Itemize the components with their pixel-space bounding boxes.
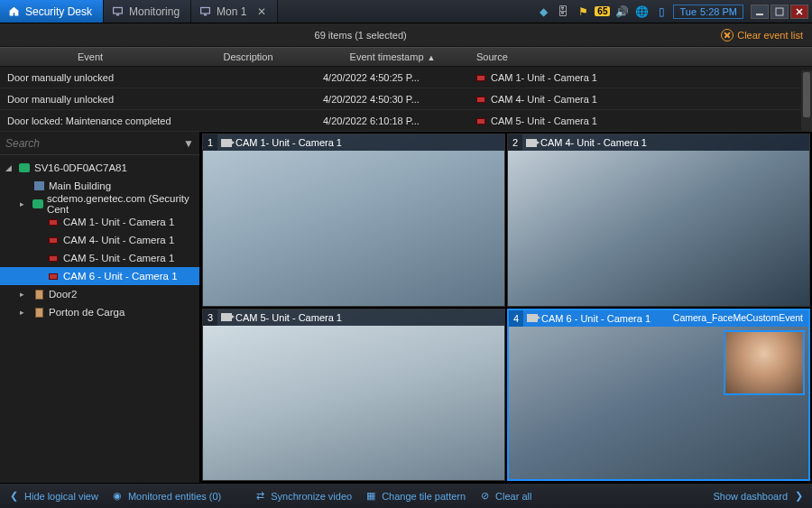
home-icon: [7, 5, 20, 18]
hide-logical-view-button[interactable]: ❮ Hide logical view: [7, 490, 98, 503]
device-icon[interactable]: ▯: [653, 4, 669, 20]
video-feed: [508, 134, 809, 306]
door-icon: [32, 289, 45, 300]
sync-icon: ⇄: [254, 490, 266, 503]
video-grid: 1 CAM 1- Unit - Camera 1 2 CAM 4- Unit -…: [200, 132, 812, 483]
database-icon[interactable]: 🗄: [555, 4, 571, 20]
tree-label: CAM 1- Unit - Camera 1: [63, 217, 174, 227]
monitor-icon: [111, 5, 124, 18]
tree-item[interactable]: ▸Door2: [0, 285, 199, 303]
entities-icon: ◉: [111, 490, 124, 503]
event-count-status: 69 items (1 selected): [0, 30, 721, 41]
server-icon: [32, 199, 43, 209]
change-tile-pattern-button[interactable]: ▦ Change tile pattern: [364, 490, 466, 503]
shield-icon[interactable]: ◆: [535, 4, 551, 20]
notification-badge[interactable]: 65: [595, 6, 610, 16]
event-overlay-label: Camera_FaceMeCustomEvent: [668, 310, 808, 325]
event-row[interactable]: Door manually unlocked4/20/2022 4:50:25 …: [0, 67, 812, 88]
tree-item[interactable]: CAM 1- Unit - Camera 1: [0, 213, 199, 231]
cell-event: Door locked: Maintenance completed: [0, 115, 180, 126]
camera-icon: [221, 139, 232, 147]
cell-timestamp: 4/20/2022 4:50:25 P...: [316, 72, 469, 83]
volume-icon[interactable]: 🔊: [614, 4, 630, 20]
cell-timestamp: 4/20/2022 6:10:18 P...: [316, 115, 469, 126]
col-source[interactable]: Source: [469, 51, 812, 62]
col-description[interactable]: Description: [180, 51, 316, 62]
tree-item[interactable]: CAM 5- Unit - Camera 1: [0, 249, 199, 267]
synchronize-video-button[interactable]: ⇄ Synchronize video: [254, 490, 352, 503]
face-pip[interactable]: [724, 330, 805, 395]
logical-view-sidebar: ▼ ◢ SV16-0DF0AC7A81 Main Building▸scdemo…: [0, 132, 200, 483]
tile-header: 3 CAM 5- Unit - Camera 1: [203, 309, 504, 326]
tree-label: CAM 6 - Unit - Camera 1: [63, 271, 178, 282]
show-dashboard-button[interactable]: Show dashboard ❯: [713, 490, 805, 503]
tree-label: Main Building: [49, 180, 111, 191]
search-row: ▼: [0, 132, 199, 155]
tab-mon1[interactable]: Mon 1 ✕: [191, 0, 278, 23]
door-icon: [32, 307, 45, 318]
clear-all-button[interactable]: ⊘ Clear all: [478, 490, 531, 503]
expander-icon[interactable]: ▸: [20, 290, 29, 299]
tree-item[interactable]: ▸Porton de Carga: [0, 303, 199, 321]
cell-source: CAM 1- Unit - Camera 1: [469, 72, 812, 83]
clock[interactable]: Tue 5:28 PM: [673, 5, 743, 19]
tab-monitoring[interactable]: Monitoring: [104, 0, 191, 23]
tree-item[interactable]: ▸scdemo.genetec.com (Security Cent: [0, 195, 199, 213]
monitor-icon: [198, 5, 211, 18]
tree-item[interactable]: CAM 4- Unit - Camera 1: [0, 231, 199, 249]
svg-rect-1: [115, 14, 118, 16]
tile-number: 2: [508, 134, 522, 151]
video-tile-2[interactable]: 2 CAM 4- Unit - Camera 1: [507, 134, 810, 307]
clear-event-list-button[interactable]: Clear event list: [721, 29, 812, 42]
search-input[interactable]: [5, 137, 183, 150]
tile-number: 4: [509, 310, 523, 327]
globe-icon[interactable]: 🌐: [633, 4, 650, 20]
cell-source: CAM 4- Unit - Camera 1: [469, 94, 812, 105]
tree-label: Door2: [49, 289, 77, 300]
expander-icon[interactable]: ▸: [20, 308, 29, 317]
video-tile-3[interactable]: 3 CAM 5- Unit - Camera 1: [202, 309, 505, 482]
video-tile-4[interactable]: 4 CAM 6 - Unit - Camera 1 Camera_FaceMeC…: [507, 309, 810, 482]
camera-icon: [476, 97, 485, 103]
titlebar: Security Desk Monitoring Mon 1 ✕ ◆ 🗄 ⚑ 6…: [0, 0, 812, 23]
tile-number: 1: [203, 134, 217, 151]
tile-header: 1 CAM 1- Unit - Camera 1: [203, 134, 504, 151]
close-window-button[interactable]: [790, 5, 808, 19]
tree-item[interactable]: Main Building: [0, 177, 199, 195]
tab-security-desk[interactable]: Security Desk: [0, 0, 104, 23]
flag-icon[interactable]: ⚑: [575, 4, 591, 20]
cell-event: Door manually unlocked: [0, 94, 180, 105]
tree-root[interactable]: ◢ SV16-0DF0AC7A81: [0, 159, 199, 177]
filter-icon[interactable]: ▼: [183, 137, 194, 150]
video-feed: [203, 309, 504, 481]
chevron-left-icon: ❮: [7, 490, 20, 503]
video-tile-1[interactable]: 1 CAM 1- Unit - Camera 1: [202, 134, 505, 307]
cell-timestamp: 4/20/2022 4:50:30 P...: [316, 94, 469, 105]
event-status-bar: 69 items (1 selected) Clear event list: [0, 23, 812, 47]
server-icon: [18, 162, 31, 173]
event-row[interactable]: Door manually unlocked4/20/2022 4:50:30 …: [0, 88, 812, 110]
tree-item[interactable]: CAM 6 - Unit - Camera 1: [0, 267, 199, 285]
svg-rect-5: [776, 8, 783, 15]
sort-asc-icon: ▲: [428, 53, 436, 62]
event-scrollbar[interactable]: [801, 70, 812, 132]
svg-rect-0: [113, 7, 122, 14]
monitored-entities-button[interactable]: ◉ Monitored entities (0): [111, 490, 221, 503]
expander-icon[interactable]: ▸: [20, 199, 28, 208]
camera-icon: [527, 314, 538, 322]
col-event[interactable]: Event: [0, 51, 180, 62]
expander-icon[interactable]: ◢: [5, 163, 14, 172]
close-tab-icon[interactable]: ✕: [257, 5, 266, 18]
tab-label: Security Desk: [25, 5, 92, 18]
main-content: ▼ ◢ SV16-0DF0AC7A81 Main Building▸scdemo…: [0, 132, 812, 483]
bottom-toolbar: ❮ Hide logical view ◉ Monitored entities…: [0, 483, 812, 508]
tile-header: 2 CAM 4- Unit - Camera 1: [508, 134, 809, 151]
event-table: Event Description Event timestamp▲ Sourc…: [0, 47, 812, 132]
maximize-button[interactable]: [770, 5, 789, 19]
camera-icon: [476, 118, 485, 125]
cell-source: CAM 5- Unit - Camera 1: [469, 115, 812, 126]
minimize-button[interactable]: [751, 5, 769, 19]
col-timestamp[interactable]: Event timestamp▲: [316, 51, 469, 62]
event-row[interactable]: Door locked: Maintenance completed4/20/2…: [0, 110, 812, 132]
event-table-header: Event Description Event timestamp▲ Sourc…: [0, 47, 812, 67]
